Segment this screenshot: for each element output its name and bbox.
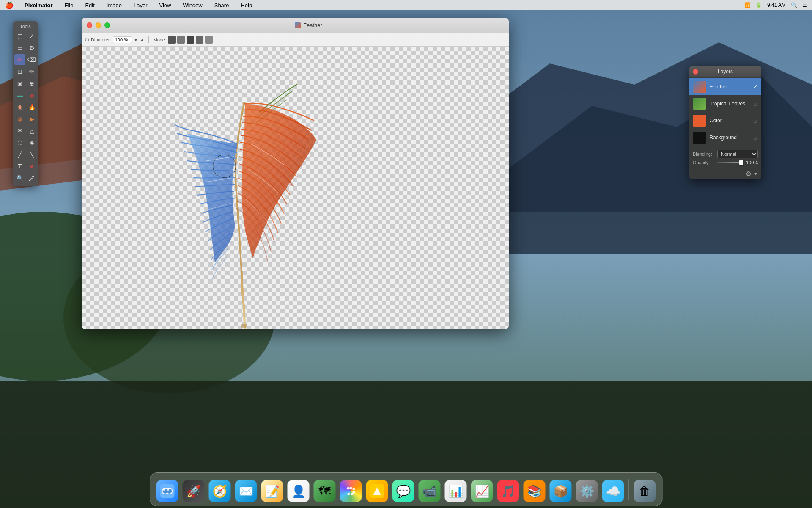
mode-multiply-btn[interactable] — [177, 36, 185, 44]
layer-menu[interactable]: Layer — [131, 1, 150, 9]
feather-svg — [166, 59, 327, 329]
opacity-slider[interactable] — [717, 162, 743, 163]
tool-clone[interactable]: ⊕ — [26, 78, 37, 89]
tool-crop[interactable]: ⊡ — [14, 66, 25, 77]
svg-point-21 — [353, 488, 355, 490]
layer-visible-background[interactable]: ◻ — [752, 135, 758, 141]
app-name-menu[interactable]: Pixelmator — [22, 1, 55, 9]
layer-item-tropical[interactable]: Tropical Leaves ◻ — [689, 95, 761, 112]
tool-heart[interactable]: ♥ — [26, 161, 37, 172]
layer-name-background: Background — [710, 135, 749, 141]
canvas-area[interactable] — [82, 47, 509, 329]
dock-separator — [629, 479, 629, 500]
window-menu[interactable]: Window — [180, 1, 205, 9]
tool-vector[interactable]: ◆ — [26, 90, 37, 101]
dock-item-books[interactable]: 📚 — [522, 479, 547, 503]
dock-item-appstore[interactable]: 📦 — [549, 479, 573, 503]
share-menu[interactable]: Share — [212, 1, 232, 9]
dock-item-launchpad[interactable]: 🚀 — [181, 479, 206, 503]
dock-item-trash[interactable]: 🗑 — [633, 479, 657, 503]
control-center-icon[interactable]: ☰ — [802, 2, 807, 8]
window-close[interactable] — [87, 22, 92, 28]
help-menu[interactable]: Help — [238, 1, 255, 9]
layer-visible-color[interactable]: ◻ — [752, 118, 758, 124]
layer-item-color[interactable]: Color ◻ — [689, 112, 761, 129]
tool-gradient[interactable]: 🔥 — [26, 102, 37, 113]
dock-item-mail[interactable]: ✉️ — [234, 479, 258, 503]
facetime-icon: 📹 — [419, 480, 441, 502]
blending-select[interactable]: Normal Multiply Screen Overlay — [717, 150, 758, 158]
blending-row: Blending: Normal Multiply Screen Overlay — [693, 150, 758, 158]
safari-icon: 🧭 — [209, 480, 231, 502]
layers-panel-title: Layers — [718, 69, 733, 75]
dock-item-maps[interactable]: 🗺 — [313, 479, 337, 503]
layers-close-btn[interactable] — [693, 69, 698, 75]
window-minimize[interactable] — [96, 22, 101, 28]
tool-select[interactable]: ▢ — [14, 30, 25, 41]
brush-type-btn[interactable]: ⬡ — [85, 37, 89, 42]
tool-gear[interactable]: ⚙ — [26, 42, 37, 53]
tool-pencil[interactable]: ✏ — [26, 66, 37, 77]
dock-item-contacts[interactable]: 👤 — [286, 479, 311, 503]
tool-fill[interactable]: ◉ — [14, 102, 25, 113]
tool-rectangle[interactable]: ▭ — [14, 42, 25, 53]
mode-overlay-btn[interactable] — [196, 36, 203, 44]
tool-line2[interactable]: ╲ — [26, 149, 37, 160]
mode-more-btn[interactable] — [205, 36, 213, 44]
launchpad-icon: 🚀 — [183, 480, 205, 502]
layer-item-background[interactable]: Background ◻ — [689, 129, 761, 146]
layer-item-feather[interactable]: Feather ✓ — [689, 78, 761, 95]
dock-item-notes[interactable]: 📝 — [260, 479, 285, 503]
image-menu[interactable]: Image — [104, 1, 124, 9]
tool-line[interactable]: ╱ — [14, 149, 25, 160]
tool-zoom[interactable]: 🔍 — [14, 173, 25, 184]
tool-eyedrop[interactable]: 🖊 — [26, 173, 37, 184]
tool-drop[interactable]: △ — [26, 125, 37, 136]
tool-magic[interactable]: ◈ — [26, 137, 37, 148]
dock-item-facetime[interactable]: 📹 — [417, 479, 442, 503]
diameter-stepper-up[interactable]: ▲ — [140, 37, 145, 42]
tool-lasso[interactable]: ⬡ — [14, 137, 25, 148]
tool-brush[interactable]: ✏ — [14, 54, 25, 65]
tool-arrow[interactable]: ↗ — [26, 30, 37, 41]
diameter-stepper-down[interactable]: ▼ — [134, 37, 138, 42]
dock-item-finder[interactable] — [155, 479, 180, 503]
mode-screen-btn[interactable] — [187, 36, 194, 44]
tool-sponge[interactable]: ◉ — [14, 78, 25, 89]
dock-item-safari[interactable]: 🧭 — [208, 479, 232, 503]
dock-item-messages[interactable]: 💬 — [391, 479, 416, 503]
search-icon[interactable]: 🔍 — [791, 2, 797, 8]
dock-item-photos[interactable] — [339, 479, 363, 503]
dock-item-music[interactable]: 🎵 — [496, 479, 521, 503]
tool-eye[interactable]: 👁 — [14, 125, 25, 136]
edit-menu[interactable]: Edit — [82, 1, 97, 9]
file-menu[interactable]: File — [62, 1, 76, 9]
tool-dodge[interactable]: ▶ — [26, 113, 37, 124]
layer-visible-tropical[interactable]: ◻ — [752, 101, 758, 107]
tool-burn[interactable]: ◕ — [14, 113, 25, 124]
opacity-value: 100% — [746, 160, 758, 165]
layers-gear-btn[interactable]: ⚙ — [744, 170, 753, 178]
dock-item-sysprefs[interactable]: ⚙️ — [575, 479, 599, 503]
dock-item-numbers[interactable]: 📈 — [470, 479, 494, 503]
battery-icon: 🔋 — [756, 2, 762, 8]
layer-name-color: Color — [710, 118, 749, 124]
dock-item-airdrop[interactable]: ☁️ — [601, 479, 625, 503]
dock: 🚀 🧭 ✉️ 📝 👤 🗺 💬 📹 📊 📈 🎵 📚 — [150, 472, 663, 506]
tools-title: Tools — [14, 24, 36, 29]
menubar-right: 📶 🔋 9:41 AM 🔍 ☰ — [744, 2, 807, 8]
dock-item-pixelmator[interactable] — [365, 479, 390, 503]
tool-shape[interactable]: ▬ — [14, 90, 25, 101]
appstore-icon: 📦 — [550, 480, 572, 502]
tool-eraser[interactable]: ⌫ — [26, 54, 37, 65]
apple-menu[interactable]: 🍎 — [5, 1, 14, 9]
view-menu[interactable]: View — [157, 1, 174, 9]
remove-layer-btn[interactable]: − — [703, 170, 711, 178]
diameter-input[interactable] — [113, 36, 132, 43]
dock-item-keynote[interactable]: 📊 — [444, 479, 468, 503]
tool-text[interactable]: T — [14, 161, 25, 172]
window-maximize[interactable] — [104, 22, 110, 28]
mode-normal-btn[interactable] — [168, 36, 176, 44]
add-layer-btn[interactable]: + — [693, 170, 701, 178]
layers-panel: Layers Feather ✓ Tropical Leaves ◻ Color… — [689, 66, 761, 179]
